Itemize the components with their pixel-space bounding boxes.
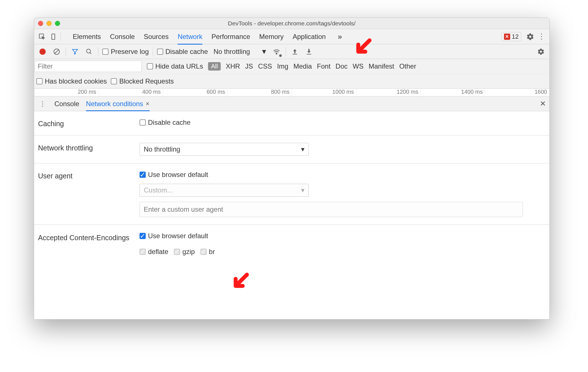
- network-conditions-panel: Caching Disable cache Network throttling…: [34, 111, 549, 263]
- drawer-menu-icon[interactable]: ⋮: [37, 99, 48, 109]
- filter-type-js[interactable]: JS: [245, 62, 253, 70]
- ua-use-default-label: Use browser default: [148, 171, 208, 179]
- tab-console[interactable]: Console: [110, 29, 135, 45]
- svg-rect-1: [52, 34, 55, 40]
- filter-type-manifest[interactable]: Manifest: [369, 62, 394, 70]
- preserve-log-label: Preserve log: [111, 48, 149, 56]
- divider: [286, 47, 286, 56]
- timeline-overview[interactable]: 200 ms 400 ms 600 ms 800 ms 1000 ms 1200…: [34, 89, 549, 97]
- svg-line-5: [90, 52, 91, 54]
- network-toolbar: Preserve log Disable cache No throttling…: [34, 44, 549, 59]
- filter-type-media[interactable]: Media: [293, 62, 312, 70]
- drawer-tab-console[interactable]: Console: [54, 97, 79, 111]
- error-count: 12: [512, 33, 519, 40]
- enc-use-default-checkbox[interactable]: ✓ Use browser default: [140, 232, 545, 240]
- search-icon[interactable]: [84, 47, 94, 57]
- main-tabs: Elements Console Sources Network Perform…: [73, 29, 500, 45]
- checkbox-disabled-icon: ✓: [174, 249, 180, 255]
- encodings-label: Accepted Content-Encodings: [38, 232, 140, 256]
- user-agent-section: User agent ✓ Use browser default Custom.…: [34, 163, 549, 225]
- disable-cache-checkbox[interactable]: Disable cache: [157, 48, 208, 56]
- enc-deflate-label: deflate: [148, 248, 168, 256]
- checkbox-icon: [111, 78, 117, 84]
- timeline-tick: 800 ms: [227, 89, 292, 96]
- more-tabs-icon[interactable]: »: [335, 32, 345, 42]
- filter-type-doc[interactable]: Doc: [335, 62, 348, 70]
- close-tab-icon[interactable]: ✕: [145, 101, 150, 107]
- import-har-icon[interactable]: [290, 47, 300, 57]
- window-title: DevTools - developer.chrome.com/tags/dev…: [34, 20, 549, 27]
- enc-gzip-checkbox: ✓ gzip: [174, 248, 195, 256]
- dropdown-caret-icon: ▾: [301, 145, 304, 153]
- filter-type-all[interactable]: All: [208, 62, 220, 71]
- drawer-tab-network-conditions-label: Network conditions: [86, 100, 143, 108]
- tab-network[interactable]: Network: [178, 29, 202, 45]
- clear-icon[interactable]: [52, 47, 62, 57]
- checkbox-disabled-icon: ✓: [200, 249, 207, 255]
- svg-rect-8: [307, 54, 311, 54]
- network-conditions-icon[interactable]: [271, 47, 282, 57]
- timeline-tick: 200 ms: [34, 89, 99, 96]
- filter-input[interactable]: [35, 61, 142, 72]
- filter-type-img[interactable]: Img: [277, 62, 288, 70]
- throttling-section: Network throttling No throttling ▾: [34, 135, 549, 163]
- network-settings-icon[interactable]: [536, 47, 546, 57]
- drawer-tab-network-conditions[interactable]: Network conditions ✕: [86, 97, 150, 111]
- tab-elements[interactable]: Elements: [73, 29, 101, 45]
- inspect-element-icon[interactable]: [37, 32, 47, 42]
- kebab-menu-icon[interactable]: ⋮: [536, 32, 547, 42]
- filter-icon[interactable]: [70, 47, 80, 57]
- timeline-tick: 1200 ms: [356, 89, 421, 96]
- timeline-tick: 1600: [485, 89, 550, 96]
- enc-use-default-label: Use browser default: [148, 232, 208, 240]
- record-button[interactable]: [37, 47, 48, 57]
- checkbox-checked-icon: ✓: [140, 172, 146, 178]
- has-blocked-cookies-label: Has blocked cookies: [45, 77, 107, 85]
- tab-performance[interactable]: Performance: [211, 29, 250, 45]
- svg-point-6: [276, 53, 277, 54]
- panel-disable-cache-checkbox[interactable]: Disable cache: [140, 119, 545, 126]
- dropdown-caret-icon: ▾: [301, 186, 304, 194]
- divider: [98, 47, 98, 56]
- titlebar: DevTools - developer.chrome.com/tags/dev…: [34, 18, 549, 29]
- disable-cache-label: Disable cache: [165, 48, 208, 56]
- preserve-log-checkbox[interactable]: Preserve log: [102, 48, 149, 56]
- filter-type-other[interactable]: Other: [399, 62, 416, 70]
- timeline-tick: 400 ms: [99, 89, 163, 96]
- throttling-select[interactable]: No throttling ▼: [213, 48, 267, 56]
- settings-icon[interactable]: [525, 32, 535, 42]
- error-x-icon: ✕: [504, 34, 510, 40]
- checkbox-icon: [157, 49, 163, 55]
- hide-data-urls-checkbox[interactable]: Hide data URLs: [147, 62, 203, 70]
- divider: [61, 32, 61, 41]
- hide-data-urls-label: Hide data URLs: [155, 62, 203, 70]
- ua-use-default-checkbox[interactable]: ✓ Use browser default: [140, 171, 545, 179]
- checkbox-icon: [36, 78, 43, 84]
- close-drawer-icon[interactable]: ✕: [540, 99, 546, 108]
- checkbox-icon: [102, 49, 109, 55]
- ua-custom-select: Custom... ▾: [140, 184, 309, 197]
- error-count-badge[interactable]: ✕ 12: [501, 32, 521, 41]
- dropdown-caret-icon: ▼: [261, 48, 268, 56]
- filter-type-xhr[interactable]: XHR: [226, 62, 240, 70]
- tab-application[interactable]: Application: [293, 29, 326, 45]
- drawer-tab-bar: ⋮ Console Network conditions ✕ ✕: [34, 97, 549, 111]
- tab-memory[interactable]: Memory: [259, 29, 284, 45]
- ua-custom-select-value: Custom...: [144, 186, 173, 194]
- device-toolbar-icon[interactable]: [48, 32, 58, 42]
- caching-label: Caching: [38, 119, 140, 128]
- svg-line-3: [54, 49, 59, 54]
- tab-sources[interactable]: Sources: [144, 29, 169, 45]
- throttling-value: No throttling: [213, 48, 250, 56]
- filter-type-css[interactable]: CSS: [258, 62, 272, 70]
- has-blocked-cookies-checkbox[interactable]: Has blocked cookies: [36, 77, 107, 85]
- enc-br-label: br: [209, 248, 215, 256]
- export-har-icon[interactable]: [304, 47, 314, 57]
- checkbox-icon: [147, 63, 153, 69]
- filter-type-ws[interactable]: WS: [353, 62, 364, 70]
- throttling-select[interactable]: No throttling ▾: [140, 143, 309, 156]
- blocked-requests-checkbox[interactable]: Blocked Requests: [111, 77, 174, 85]
- annotation-arrow-icon: [231, 272, 251, 292]
- devtools-window: DevTools - developer.chrome.com/tags/dev…: [34, 17, 550, 320]
- filter-type-font[interactable]: Font: [317, 62, 330, 70]
